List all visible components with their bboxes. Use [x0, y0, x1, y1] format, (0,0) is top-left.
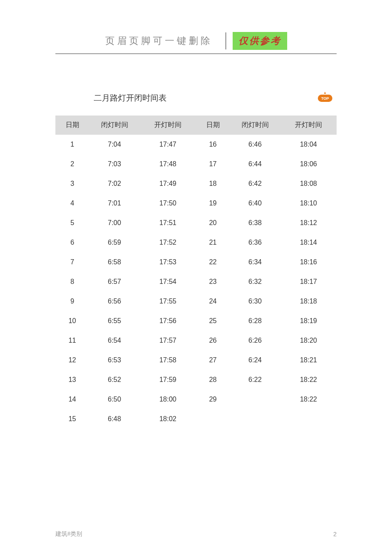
col-off-time-1: 闭灯时间 [89, 116, 140, 135]
table-cell: 6:52 [89, 370, 140, 390]
table-cell: 6:57 [89, 272, 140, 292]
table-cell: 28 [196, 370, 230, 390]
table-row: 136:5217:59286:2218:22 [55, 370, 337, 390]
table-cell: 6:42 [230, 174, 280, 194]
table-cell: 7:00 [89, 213, 140, 233]
table-cell: 17:57 [140, 331, 196, 350]
table-cell: 21 [196, 233, 230, 252]
table-cell: 18:00 [140, 390, 196, 409]
col-date-1: 日期 [55, 116, 89, 135]
top-icon[interactable]: TOP [318, 95, 332, 102]
table-cell: 22 [196, 252, 230, 272]
header-left-text: 页眉页脚可一键删除 [105, 35, 213, 47]
table-row: 106:5517:56256:2818:19 [55, 311, 337, 331]
table-cell: 17 [196, 154, 230, 174]
table-cell: 17:58 [140, 350, 196, 370]
header-right-badge: 仅供参考 [233, 32, 287, 50]
footer-category: 建筑#类别 [55, 530, 82, 538]
schedule-table: 日期 闭灯时间 开灯时间 日期 闭灯时间 开灯时间 17:0417:47166:… [55, 116, 337, 429]
table-cell: 1 [55, 135, 89, 154]
table-title: 二月路灯开闭时间表 [62, 92, 318, 104]
table-cell [280, 409, 337, 429]
table-row: 37:0217:49186:4218:08 [55, 174, 337, 194]
table-cell: 19 [196, 194, 230, 213]
table-cell: 6:44 [230, 154, 280, 174]
table-cell: 6:54 [89, 331, 140, 350]
table-row: 146:5018:002918:22 [55, 390, 337, 409]
table-cell: 18:04 [280, 135, 337, 154]
table-cell: 6:48 [89, 409, 140, 429]
table-cell: 18:12 [280, 213, 337, 233]
table-cell: 6:36 [230, 233, 280, 252]
table-cell: 17:52 [140, 233, 196, 252]
table-cell: 17:59 [140, 370, 196, 390]
table-cell: 6 [55, 233, 89, 252]
table-cell: 14 [55, 390, 89, 409]
table-cell: 12 [55, 350, 89, 370]
col-date-2: 日期 [196, 116, 230, 135]
table-row: 156:4818:02 [55, 409, 337, 429]
table-cell: 6:56 [89, 292, 140, 311]
table-cell: 6:28 [230, 311, 280, 331]
table-header-row: 日期 闭灯时间 开灯时间 日期 闭灯时间 开灯时间 [55, 116, 337, 135]
table-cell: 6:34 [230, 252, 280, 272]
table-cell: 18:22 [280, 370, 337, 390]
table-cell: 6:58 [89, 252, 140, 272]
table-cell: 18:06 [280, 154, 337, 174]
table-cell: 10 [55, 311, 89, 331]
page-header: 页眉页脚可一键删除 仅供参考 [55, 32, 337, 54]
table-cell: 7:01 [89, 194, 140, 213]
table-cell: 18:17 [280, 272, 337, 292]
table-row: 66:5917:52216:3618:14 [55, 233, 337, 252]
table-cell: 6:46 [230, 135, 280, 154]
table-row: 17:0417:47166:4618:04 [55, 135, 337, 154]
table-cell: 8 [55, 272, 89, 292]
table-cell: 18:21 [280, 350, 337, 370]
table-cell: 18:08 [280, 174, 337, 194]
footer-page-number: 2 [333, 531, 337, 538]
table-cell: 17:56 [140, 311, 196, 331]
table-cell: 6:24 [230, 350, 280, 370]
table-row: 126:5317:58276:2418:21 [55, 350, 337, 370]
table-cell: 29 [196, 390, 230, 409]
table-cell: 18:14 [280, 233, 337, 252]
table-cell: 17:51 [140, 213, 196, 233]
table-cell: 6:26 [230, 331, 280, 350]
table-cell: 17:50 [140, 194, 196, 213]
table-cell: 7:02 [89, 174, 140, 194]
table-row: 47:0117:50196:4018:10 [55, 194, 337, 213]
table-cell [230, 390, 280, 409]
table-row: 27:0317:48176:4418:06 [55, 154, 337, 174]
table-cell: 18:19 [280, 311, 337, 331]
table-cell: 16 [196, 135, 230, 154]
table-cell: 6:53 [89, 350, 140, 370]
table-body: 17:0417:47166:4618:0427:0317:48176:4418:… [55, 135, 337, 429]
table-cell [196, 409, 230, 429]
table-cell: 24 [196, 292, 230, 311]
table-cell: 6:55 [89, 311, 140, 331]
table-cell: 2 [55, 154, 89, 174]
table-cell: 9 [55, 292, 89, 311]
table-cell: 17:47 [140, 135, 196, 154]
table-cell: 6:22 [230, 370, 280, 390]
table-cell: 6:30 [230, 292, 280, 311]
table-row: 96:5617:55246:3018:18 [55, 292, 337, 311]
table-cell: 18 [196, 174, 230, 194]
table-cell: 13 [55, 370, 89, 390]
table-cell: 20 [196, 213, 230, 233]
col-off-time-2: 闭灯时间 [230, 116, 280, 135]
table-cell: 17:53 [140, 252, 196, 272]
table-cell [230, 409, 280, 429]
table-cell: 17:49 [140, 174, 196, 194]
table-cell: 17:55 [140, 292, 196, 311]
table-cell: 6:50 [89, 390, 140, 409]
table-cell: 11 [55, 331, 89, 350]
table-cell: 26 [196, 331, 230, 350]
table-cell: 6:32 [230, 272, 280, 292]
table-cell: 6:38 [230, 213, 280, 233]
table-cell: 18:02 [140, 409, 196, 429]
table-cell: 3 [55, 174, 89, 194]
header-divider [225, 32, 226, 49]
table-row: 57:0017:51206:3818:12 [55, 213, 337, 233]
table-cell: 15 [55, 409, 89, 429]
